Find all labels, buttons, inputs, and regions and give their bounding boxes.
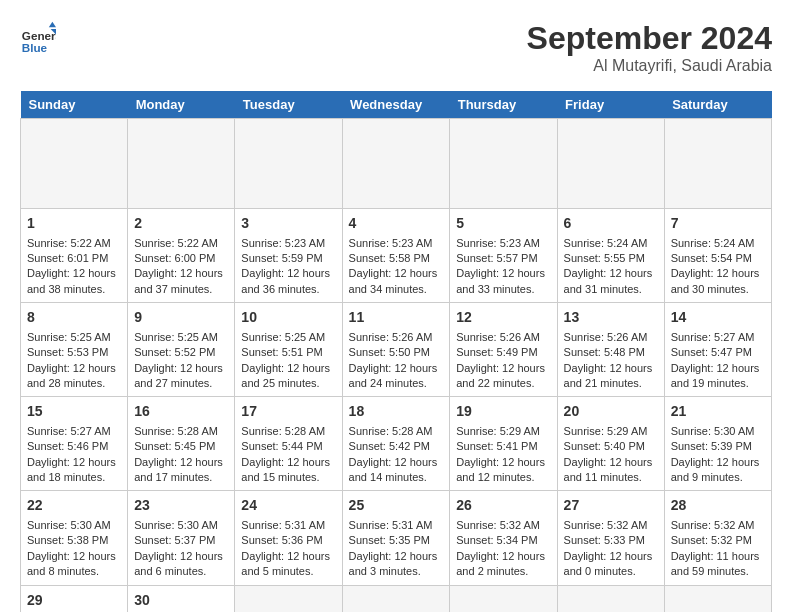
daylight-label: Daylight: 12 hours and 37 minutes. <box>134 267 223 294</box>
sunset-label: Sunset: 5:40 PM <box>564 440 645 452</box>
sunrise-label: Sunrise: 5:26 AM <box>349 331 433 343</box>
sunset-label: Sunset: 5:55 PM <box>564 252 645 264</box>
week-row-2: 1Sunrise: 5:22 AMSunset: 6:01 PMDaylight… <box>21 209 772 303</box>
daylight-label: Daylight: 12 hours and 6 minutes. <box>134 550 223 577</box>
daylight-label: Daylight: 12 hours and 36 minutes. <box>241 267 330 294</box>
day-cell <box>557 119 664 209</box>
day-cell: 7Sunrise: 5:24 AMSunset: 5:54 PMDaylight… <box>664 209 771 303</box>
sunset-label: Sunset: 5:59 PM <box>241 252 322 264</box>
daylight-label: Daylight: 12 hours and 8 minutes. <box>27 550 116 577</box>
day-cell <box>342 119 450 209</box>
daylight-label: Daylight: 12 hours and 5 minutes. <box>241 550 330 577</box>
day-number: 18 <box>349 402 444 422</box>
day-cell <box>664 119 771 209</box>
day-number: 12 <box>456 308 550 328</box>
day-cell: 30Sunrise: 5:33 AMSunset: 5:29 PMDayligh… <box>128 585 235 612</box>
day-cell: 10Sunrise: 5:25 AMSunset: 5:51 PMDayligh… <box>235 303 342 397</box>
daylight-label: Daylight: 12 hours and 3 minutes. <box>349 550 438 577</box>
day-number: 19 <box>456 402 550 422</box>
daylight-label: Daylight: 12 hours and 15 minutes. <box>241 456 330 483</box>
day-cell: 13Sunrise: 5:26 AMSunset: 5:48 PMDayligh… <box>557 303 664 397</box>
sunrise-label: Sunrise: 5:29 AM <box>564 425 648 437</box>
sunset-label: Sunset: 5:51 PM <box>241 346 322 358</box>
day-number: 7 <box>671 214 765 234</box>
sunset-label: Sunset: 5:37 PM <box>134 534 215 546</box>
sunset-label: Sunset: 5:32 PM <box>671 534 752 546</box>
sunrise-label: Sunrise: 5:28 AM <box>349 425 433 437</box>
daylight-label: Daylight: 12 hours and 18 minutes. <box>27 456 116 483</box>
day-cell <box>235 585 342 612</box>
daylight-label: Daylight: 12 hours and 2 minutes. <box>456 550 545 577</box>
day-cell: 5Sunrise: 5:23 AMSunset: 5:57 PMDaylight… <box>450 209 557 303</box>
logo: General Blue <box>20 20 56 56</box>
sunset-label: Sunset: 5:52 PM <box>134 346 215 358</box>
sunrise-label: Sunrise: 5:25 AM <box>134 331 218 343</box>
week-row-3: 8Sunrise: 5:25 AMSunset: 5:53 PMDaylight… <box>21 303 772 397</box>
day-number: 2 <box>134 214 228 234</box>
day-cell <box>664 585 771 612</box>
day-number: 17 <box>241 402 335 422</box>
sunset-label: Sunset: 5:35 PM <box>349 534 430 546</box>
sunrise-label: Sunrise: 5:31 AM <box>241 519 325 531</box>
sunset-label: Sunset: 5:53 PM <box>27 346 108 358</box>
day-cell <box>450 585 557 612</box>
sunrise-label: Sunrise: 5:32 AM <box>671 519 755 531</box>
daylight-label: Daylight: 12 hours and 24 minutes. <box>349 362 438 389</box>
sunset-label: Sunset: 5:39 PM <box>671 440 752 452</box>
day-number: 30 <box>134 591 228 611</box>
sunrise-label: Sunrise: 5:24 AM <box>564 237 648 249</box>
day-cell: 19Sunrise: 5:29 AMSunset: 5:41 PMDayligh… <box>450 397 557 491</box>
sunset-label: Sunset: 5:44 PM <box>241 440 322 452</box>
day-cell: 11Sunrise: 5:26 AMSunset: 5:50 PMDayligh… <box>342 303 450 397</box>
col-sunday: Sunday <box>21 91 128 119</box>
day-cell <box>450 119 557 209</box>
day-cell: 27Sunrise: 5:32 AMSunset: 5:33 PMDayligh… <box>557 491 664 585</box>
week-row-1 <box>21 119 772 209</box>
day-number: 24 <box>241 496 335 516</box>
day-number: 25 <box>349 496 444 516</box>
day-cell <box>342 585 450 612</box>
daylight-label: Daylight: 12 hours and 14 minutes. <box>349 456 438 483</box>
day-number: 6 <box>564 214 658 234</box>
day-number: 27 <box>564 496 658 516</box>
week-row-4: 15Sunrise: 5:27 AMSunset: 5:46 PMDayligh… <box>21 397 772 491</box>
daylight-label: Daylight: 12 hours and 21 minutes. <box>564 362 653 389</box>
sunrise-label: Sunrise: 5:24 AM <box>671 237 755 249</box>
svg-text:Blue: Blue <box>22 41 48 54</box>
daylight-label: Daylight: 12 hours and 12 minutes. <box>456 456 545 483</box>
sunset-label: Sunset: 5:33 PM <box>564 534 645 546</box>
day-number: 15 <box>27 402 121 422</box>
day-cell: 16Sunrise: 5:28 AMSunset: 5:45 PMDayligh… <box>128 397 235 491</box>
day-number: 22 <box>27 496 121 516</box>
sunrise-label: Sunrise: 5:26 AM <box>564 331 648 343</box>
daylight-label: Daylight: 12 hours and 0 minutes. <box>564 550 653 577</box>
day-cell <box>128 119 235 209</box>
sunset-label: Sunset: 5:47 PM <box>671 346 752 358</box>
day-number: 9 <box>134 308 228 328</box>
header-row: Sunday Monday Tuesday Wednesday Thursday… <box>21 91 772 119</box>
day-cell: 22Sunrise: 5:30 AMSunset: 5:38 PMDayligh… <box>21 491 128 585</box>
col-monday: Monday <box>128 91 235 119</box>
day-number: 3 <box>241 214 335 234</box>
daylight-label: Daylight: 12 hours and 11 minutes. <box>564 456 653 483</box>
day-number: 16 <box>134 402 228 422</box>
sunset-label: Sunset: 5:45 PM <box>134 440 215 452</box>
daylight-label: Daylight: 12 hours and 38 minutes. <box>27 267 116 294</box>
location-title: Al Mutayrifi, Saudi Arabia <box>527 57 772 75</box>
daylight-label: Daylight: 12 hours and 25 minutes. <box>241 362 330 389</box>
day-cell: 9Sunrise: 5:25 AMSunset: 5:52 PMDaylight… <box>128 303 235 397</box>
day-cell: 15Sunrise: 5:27 AMSunset: 5:46 PMDayligh… <box>21 397 128 491</box>
day-cell <box>235 119 342 209</box>
sunset-label: Sunset: 5:54 PM <box>671 252 752 264</box>
day-number: 1 <box>27 214 121 234</box>
day-cell: 23Sunrise: 5:30 AMSunset: 5:37 PMDayligh… <box>128 491 235 585</box>
sunset-label: Sunset: 5:38 PM <box>27 534 108 546</box>
month-title: September 2024 <box>527 20 772 57</box>
day-cell: 25Sunrise: 5:31 AMSunset: 5:35 PMDayligh… <box>342 491 450 585</box>
col-saturday: Saturday <box>664 91 771 119</box>
sunset-label: Sunset: 5:50 PM <box>349 346 430 358</box>
day-number: 5 <box>456 214 550 234</box>
sunrise-label: Sunrise: 5:30 AM <box>671 425 755 437</box>
calendar-table: Sunday Monday Tuesday Wednesday Thursday… <box>20 91 772 612</box>
day-number: 21 <box>671 402 765 422</box>
